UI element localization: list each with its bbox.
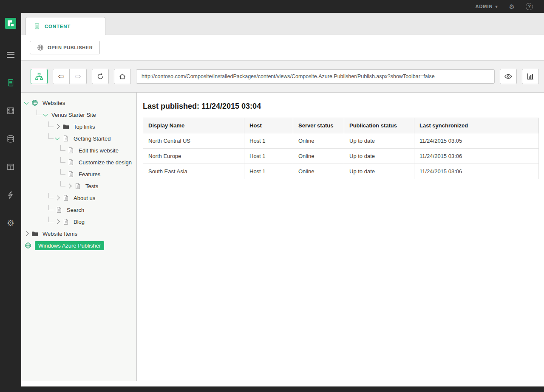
- workspace: WebsitesVenus Starter SiteTop linksGetti…: [21, 93, 544, 381]
- chevron-down-icon[interactable]: [43, 112, 48, 116]
- layout-icon[interactable]: [6, 162, 15, 172]
- tree-item-label: Search: [66, 206, 85, 214]
- gear-icon[interactable]: ⚙: [509, 3, 515, 10]
- folder-icon: [31, 230, 39, 237]
- home-icon: [119, 73, 126, 80]
- tree-item-blog[interactable]: Blog: [21, 216, 136, 228]
- table-cell: South East Asia: [143, 164, 244, 179]
- tree-item-edit-this-website[interactable]: Edit this website: [21, 144, 136, 156]
- tree-item-label: Venus Starter Site: [51, 111, 97, 119]
- publisher-panel: Last published: 11/24/2015 03:04 Display…: [137, 93, 544, 381]
- table-cell: Up to date: [344, 164, 414, 179]
- chevron-right-icon[interactable]: [67, 183, 71, 188]
- tree-item-label: Windows Azure Publisher: [35, 241, 104, 250]
- tree-item-label: Edit this website: [78, 147, 119, 155]
- doc-icon: [68, 159, 75, 166]
- table-cell: North Europe: [143, 149, 244, 164]
- publish-status-table: Display NameHostServer statusPublication…: [143, 118, 539, 179]
- tree-connector: [60, 181, 65, 186]
- functions-icon[interactable]: [6, 190, 15, 200]
- forward-button[interactable]: ⇨: [70, 69, 87, 84]
- tab-content-label: CONTENT: [45, 24, 71, 29]
- content-icon[interactable]: [6, 78, 15, 87]
- table-cell: 11/24/2015 03:06: [414, 149, 539, 164]
- eye-icon: [504, 72, 513, 81]
- help-icon[interactable]: ?: [526, 3, 533, 10]
- tree-connector: [48, 205, 54, 210]
- globe-icon: [25, 242, 32, 249]
- caret-down-icon: ▾: [496, 4, 498, 9]
- table-cell: Online: [293, 133, 344, 149]
- tree-item-windows-azure-publisher[interactable]: Windows Azure Publisher: [21, 240, 136, 251]
- home-button[interactable]: [114, 69, 131, 84]
- tree-connector: [60, 169, 65, 175]
- tree-item-label: Websites: [42, 99, 66, 107]
- chart-icon: [527, 73, 534, 80]
- refresh-button[interactable]: [92, 69, 109, 84]
- sitemap-icon: [35, 72, 43, 81]
- stats-button[interactable]: [522, 69, 539, 84]
- top-bar: ADMIN ▾ ⚙ ?: [0, 0, 544, 13]
- column-header-host: Host: [244, 118, 293, 133]
- table-cell: Online: [293, 149, 344, 164]
- main-area: CONTENT OPEN PUBLISHER ⇦ ⇨: [21, 13, 544, 386]
- tree-item-top-links[interactable]: Top links: [21, 121, 136, 133]
- back-button[interactable]: ⇦: [53, 69, 70, 84]
- address-toolbar: ⇦ ⇨: [21, 60, 544, 93]
- doc-icon: [62, 218, 70, 226]
- sitemap-button[interactable]: [31, 69, 48, 84]
- admin-user-menu[interactable]: ADMIN ▾: [475, 4, 498, 9]
- tree-connector: [37, 110, 42, 115]
- media-icon[interactable]: [6, 106, 15, 116]
- column-header-last-synchronized: Last synchronized: [414, 118, 539, 133]
- tree-item-search[interactable]: Search: [21, 204, 136, 216]
- system-icon[interactable]: ⚙: [6, 218, 15, 228]
- tree-item-label: Features: [78, 170, 101, 178]
- tree-item-websites[interactable]: Websites: [21, 97, 136, 109]
- forward-arrow-icon: ⇨: [75, 73, 81, 80]
- tree-item-label: Blog: [73, 218, 85, 226]
- data-icon[interactable]: [6, 134, 15, 144]
- menu-icon[interactable]: [6, 50, 15, 59]
- open-publisher-button[interactable]: OPEN PUBLISHER: [30, 41, 100, 54]
- tree-item-label: Top links: [73, 123, 96, 131]
- tree-item-customize-the-design[interactable]: Customize the design: [21, 156, 136, 168]
- tree-item-about-us[interactable]: About us: [21, 192, 136, 204]
- table-cell: 11/24/2015 03:05: [414, 133, 539, 149]
- chevron-right-icon[interactable]: [24, 231, 28, 236]
- action-bar: OPEN PUBLISHER: [21, 35, 544, 60]
- chevron-right-icon[interactable]: [55, 124, 60, 129]
- chevron-right-icon[interactable]: [55, 219, 60, 224]
- chevron-down-icon[interactable]: [55, 135, 60, 140]
- chevron-right-icon[interactable]: [55, 195, 60, 200]
- tree-connector: [60, 157, 65, 163]
- table-cell: North Central US: [143, 133, 244, 149]
- open-publisher-label: OPEN PUBLISHER: [48, 45, 93, 50]
- tree-connector: [60, 145, 65, 151]
- app-logo: [5, 18, 16, 31]
- navigation-tree: WebsitesVenus Starter SiteTop linksGetti…: [21, 93, 137, 381]
- admin-user-label: ADMIN: [475, 4, 493, 9]
- column-header-publication-status: Publication status: [344, 118, 414, 133]
- url-input[interactable]: [136, 69, 495, 84]
- table-cell: Host 1: [244, 133, 293, 149]
- tree-item-label: Tests: [85, 182, 99, 190]
- tree-item-website-items[interactable]: Website Items: [21, 228, 136, 240]
- tab-content[interactable]: CONTENT: [26, 17, 105, 35]
- table-row: North Central USHost 1OnlineUp to date11…: [143, 133, 539, 149]
- table-cell: Online: [293, 164, 344, 179]
- table-cell: 11/24/2015 03:06: [414, 164, 539, 179]
- table-cell: Host 1: [244, 164, 293, 179]
- tree-item-tests[interactable]: Tests: [21, 180, 136, 192]
- table-row: South East AsiaHost 1OnlineUp to date11/…: [143, 164, 539, 179]
- tree-connector: [48, 193, 54, 198]
- preview-button[interactable]: [500, 69, 517, 84]
- globe-icon: [31, 99, 39, 107]
- tree-item-getting-started[interactable]: Getting Started: [21, 133, 136, 144]
- doc-icon: [68, 171, 75, 178]
- chevron-down-icon[interactable]: [24, 100, 28, 104]
- doc-icon: [68, 147, 75, 154]
- tree-item-venus-starter-site[interactable]: Venus Starter Site: [21, 109, 136, 121]
- tree-item-features[interactable]: Features: [21, 168, 136, 180]
- back-arrow-icon: ⇦: [58, 73, 64, 80]
